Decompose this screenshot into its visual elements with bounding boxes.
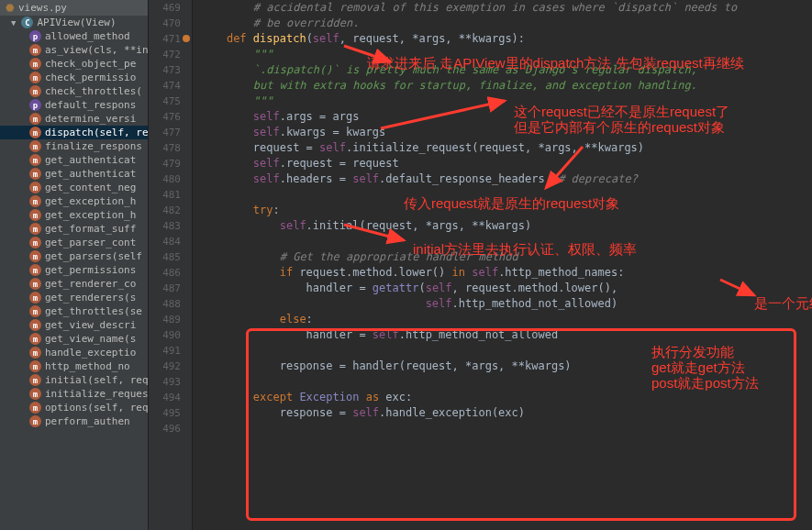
method-icon: m (29, 140, 41, 152)
tree-item[interactable]: mget_renderers(s (0, 291, 148, 304)
structure-sidebar: ⬣ views.py ▼ C APIView(View) pallowed_me… (0, 0, 149, 530)
tree-item[interactable]: pdefault_respons (0, 98, 148, 112)
tree-item[interactable]: mget_throttles(se (0, 304, 148, 318)
code-line[interactable]: except Exception as exc: (200, 390, 812, 405)
method-icon: m (29, 319, 41, 331)
code-line[interactable]: request = self.initialize_request(reques… (200, 140, 812, 156)
code-line[interactable]: handler = getattr(self, request.method.l… (200, 281, 812, 296)
code-line[interactable]: self.headers = self.default_response_hea… (200, 171, 812, 187)
line-number: 484 (149, 234, 192, 249)
tree-item-label: check_permissio (45, 72, 136, 83)
expand-icon: ▼ (11, 18, 16, 28)
line-number: 489 (149, 312, 192, 327)
class-node[interactable]: ▼ C APIView(View) (0, 16, 148, 29)
code-line[interactable] (200, 343, 812, 359)
line-number: 477 (149, 125, 192, 140)
tree-item[interactable]: mget_parser_cont (0, 236, 148, 249)
line-number: 481 (149, 187, 192, 203)
tree-item[interactable]: mget_authenticat (0, 153, 148, 167)
code-line[interactable] (200, 374, 812, 390)
method-icon: m (29, 305, 41, 317)
tree-item[interactable]: mget_authenticat (0, 167, 148, 181)
method-icon: m (29, 168, 41, 180)
method-icon: m (29, 209, 41, 221)
tree-item[interactable]: mget_exception_h (0, 208, 148, 222)
class-label: APIView(View) (37, 17, 116, 28)
tree-item[interactable]: moptions(self, req (0, 401, 148, 414)
tree-item[interactable]: mget_exception_h (0, 194, 148, 208)
tree-item-label: get_authenticat (45, 168, 136, 180)
tree-item[interactable]: mas_view(cls, **in (0, 43, 148, 57)
line-number: 488 (149, 296, 192, 312)
tree-item[interactable]: mcheck_object_pe (0, 57, 148, 71)
line-number: 482 (149, 203, 192, 218)
property-icon: p (29, 99, 41, 111)
line-number: 469 (149, 0, 192, 16)
tree-item[interactable]: mget_view_name(s (0, 332, 148, 346)
code-line[interactable]: try: (200, 203, 812, 218)
line-number: 470 (149, 16, 192, 31)
code-line[interactable]: if request.method.lower() in self.http_m… (200, 265, 812, 281)
tree-item-label: finalize_respons (45, 140, 142, 152)
code-line[interactable]: self.request = request (200, 156, 812, 171)
code-line[interactable]: self.kwargs = kwargs (200, 125, 812, 140)
tree-item[interactable]: mhttp_method_no (0, 359, 148, 373)
file-tab[interactable]: ⬣ views.py (0, 0, 148, 16)
tree-item[interactable]: pallowed_method (0, 29, 148, 43)
tree-item-label: dispatch(self, re (45, 127, 148, 138)
line-number: 483 (149, 218, 192, 234)
method-icon: m (29, 223, 41, 235)
line-number: 491 (149, 343, 192, 359)
method-icon: m (29, 127, 41, 138)
code-line[interactable]: response = self.handle_exception(exc) (200, 405, 812, 421)
tree-item[interactable]: mget_format_suff (0, 222, 148, 236)
tree-item[interactable]: mcheck_throttles( (0, 84, 148, 98)
code-line[interactable]: # Get the appropriate handler method (200, 249, 812, 265)
code-line[interactable]: handler = self.http_method_not_allowed (200, 327, 812, 343)
line-number: 471 (149, 31, 192, 47)
tree-item-label: get_renderer_co (45, 278, 136, 290)
tree-item[interactable]: mget_renderer_co (0, 277, 148, 291)
code-line[interactable]: """ (200, 94, 812, 109)
line-number: 490 (149, 327, 192, 343)
tree-item-label: as_view(cls, **in (45, 44, 148, 56)
tree-item[interactable]: mget_content_neg (0, 181, 148, 194)
tree-item[interactable]: mget_permissions (0, 263, 148, 277)
method-icon: m (29, 278, 41, 290)
code-line[interactable]: # accidental removal of this exemption i… (200, 0, 812, 16)
method-icon: m (29, 402, 41, 414)
tree-item-label: get_renderers(s (45, 292, 136, 304)
code-line[interactable]: """ (200, 47, 812, 62)
tree-item[interactable]: minitial(self, requ (0, 373, 148, 387)
tree-item-label: default_respons (45, 99, 136, 111)
tree-item[interactable]: mcheck_permissio (0, 71, 148, 84)
tree-item[interactable]: mhandle_exceptio (0, 346, 148, 359)
line-number: 494 (149, 390, 192, 405)
code-line[interactable]: self.http_method_not_allowed) (200, 296, 812, 312)
property-icon: p (29, 30, 41, 42)
code-line[interactable]: but with extra hooks for startup, finali… (200, 78, 812, 94)
code-line[interactable]: `.dispatch()` is pretty much the same as… (200, 62, 812, 78)
tree-item[interactable]: mdispatch(self, re (0, 126, 148, 139)
tree-item[interactable]: mperform_authen (0, 414, 148, 428)
code-line[interactable]: # be overridden. (200, 16, 812, 31)
tree-item-label: check_object_pe (45, 58, 136, 70)
tree-item[interactable]: minitialize_reques (0, 387, 148, 401)
class-icon: C (21, 17, 33, 28)
tree-item[interactable]: mget_parsers(self (0, 249, 148, 263)
code-line[interactable]: response = handler(request, *args, **kwa… (200, 359, 812, 374)
tree-item[interactable]: mdetermine_versi (0, 112, 148, 126)
code-line[interactable]: def dispatch(self, request, *args, **kwa… (200, 31, 812, 47)
code-line[interactable]: else: (200, 312, 812, 327)
code-line[interactable] (200, 187, 812, 203)
code-line[interactable] (200, 421, 812, 436)
code-line[interactable]: self.initial(request, *args, **kwargs) (200, 218, 812, 234)
method-icon: m (29, 388, 41, 400)
tree-item[interactable]: mfinalize_respons (0, 139, 148, 153)
code-editor[interactable]: # accidental removal of this exemption i… (193, 0, 812, 530)
tree-item[interactable]: mget_view_descri (0, 318, 148, 332)
code-line[interactable]: self.args = args (200, 109, 812, 125)
code-line[interactable] (200, 234, 812, 249)
method-icon: m (29, 415, 41, 427)
line-gutter: 4694704714724734744754764774784794804814… (149, 0, 193, 530)
